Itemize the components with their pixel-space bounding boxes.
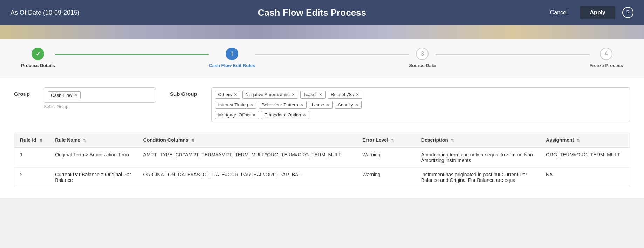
step-2-label: Cash Flow Edit Rules — [209, 63, 255, 68]
step-4-icon: 4 — [600, 48, 612, 60]
cell-condition: ORIGINATION_DATE#AS_OF_DATE#CUR_PAR_BAL#… — [138, 168, 357, 187]
step-1-icon: ✓ — [32, 48, 44, 60]
group-tag-input[interactable]: Cash Flow ✕ — [44, 87, 156, 103]
connector-3-4 — [436, 54, 589, 55]
sub-group-tag-behaviour-pattern-remove[interactable]: ✕ — [300, 102, 303, 107]
sub-group-tag-rule78s-remove[interactable]: ✕ — [356, 92, 359, 97]
cell-error-level: Warning — [357, 147, 416, 168]
decorative-strip — [0, 25, 644, 39]
sub-group-wrap: Others ✕ Negative Amortization ✕ Teaser … — [211, 87, 630, 122]
sub-group-tag-annuity: Annuity ✕ — [335, 101, 361, 109]
sub-group-tag-others-remove[interactable]: ✕ — [234, 92, 237, 97]
table-row: 1 Original Term > Amortization Term AMRT… — [14, 147, 630, 168]
step-process-details: ✓ Process Details — [21, 48, 55, 68]
step-1-label: Process Details — [21, 63, 55, 68]
cell-assignment: ORG_TERM#ORG_TERM_MULT — [540, 147, 630, 168]
sub-group-tag-others: Others ✕ — [215, 91, 240, 99]
sort-icon-error[interactable]: ⇅ — [391, 138, 394, 143]
col-header-condition[interactable]: Condition Columns ⇅ — [138, 133, 357, 147]
sub-group-tags-area[interactable]: Others ✕ Negative Amortization ✕ Teaser … — [211, 87, 630, 122]
sub-group-tag-behaviour-pattern: Behaviour Pattern ✕ — [259, 101, 307, 109]
table-row: 2 Current Par Balance = Original Par Bal… — [14, 168, 630, 187]
sort-icon-assignment[interactable]: ⇅ — [577, 138, 580, 143]
app-header: As Of Date (10-09-2015) Cash Flow Edits … — [0, 0, 644, 25]
step-cash-flow-edit-rules: i Cash Flow Edit Rules — [209, 48, 255, 68]
sub-group-tag-interest-timing-remove[interactable]: ✕ — [250, 102, 253, 107]
sub-group-tag-neg-amort-remove[interactable]: ✕ — [292, 92, 295, 97]
step-3-label: Source Data — [409, 63, 436, 68]
step-source-data: 3 Source Data — [409, 48, 436, 68]
group-input-wrap: Cash Flow ✕ Select Group — [44, 87, 156, 109]
filter-row: Group Cash Flow ✕ Select Group Sub Group… — [14, 87, 630, 122]
header-actions: Cancel Apply ? — [544, 6, 633, 19]
cell-description: Instrument has originated in past but Cu… — [416, 168, 540, 187]
step-4-label: Freeze Process — [590, 63, 623, 68]
sub-group-tag-teaser: Teaser ✕ — [300, 91, 326, 99]
group-tag-cash-flow: Cash Flow ✕ — [48, 91, 81, 99]
sub-group-tag-mortgage-offset: Mortgage Offset ✕ — [215, 111, 259, 119]
group-tag-cash-flow-remove[interactable]: ✕ — [74, 93, 77, 98]
sub-group-row-3: Mortgage Offset ✕ Embedded Option ✕ — [215, 111, 626, 119]
sub-group-row-1: Others ✕ Negative Amortization ✕ Teaser … — [215, 91, 626, 99]
sort-icon-rule-id[interactable]: ⇅ — [39, 138, 42, 143]
cell-rule-id: 1 — [14, 147, 49, 168]
cell-rule-name: Original Term > Amortization Term — [49, 147, 137, 168]
sub-group-tag-embedded-option: Embedded Option ✕ — [261, 111, 309, 119]
sub-group-tag-embedded-option-remove[interactable]: ✕ — [303, 113, 306, 118]
sub-group-tag-teaser-remove[interactable]: ✕ — [319, 92, 322, 97]
step-freeze-process: 4 Freeze Process — [590, 48, 623, 68]
cell-condition: AMRT_TYPE_CD#AMRT_TERM#AMRT_TERM_MULT#OR… — [138, 147, 357, 168]
sub-group-tag-rule-78s: Rule of 78s ✕ — [328, 91, 362, 99]
cell-rule-id: 2 — [14, 168, 49, 187]
stepper-area: ✓ Process Details i Cash Flow Edit Rules… — [0, 39, 644, 77]
sub-group-tag-lease-remove[interactable]: ✕ — [326, 102, 329, 107]
group-select-hint: Select Group — [44, 104, 156, 109]
table-header-row: Rule Id ⇅ Rule Name ⇅ Condition Columns … — [14, 133, 630, 147]
cancel-button[interactable]: Cancel — [544, 7, 573, 19]
col-header-rule-id[interactable]: Rule Id ⇅ — [14, 133, 49, 147]
page-title: Cash Flow Edits Process — [258, 7, 366, 18]
as-of-date: As Of Date (10-09-2015) — [11, 9, 80, 16]
sub-group-tag-interest-timing: Interest Timing ✕ — [215, 101, 256, 109]
sub-group-tag-lease: Lease ✕ — [309, 101, 333, 109]
group-label: Group — [14, 87, 30, 97]
sort-icon-description[interactable]: ⇅ — [451, 138, 454, 143]
cell-rule-name: Current Par Balance = Original Par Balan… — [49, 168, 137, 187]
sub-group-row-2: Interest Timing ✕ Behaviour Pattern ✕ Le… — [215, 101, 626, 109]
sub-group-tag-mortgage-offset-remove[interactable]: ✕ — [252, 113, 256, 118]
connector-1-2 — [55, 54, 209, 55]
apply-button[interactable]: Apply — [580, 6, 615, 19]
cell-description: Amortization term can only be equal to z… — [416, 147, 540, 168]
stepper: ✓ Process Details i Cash Flow Edit Rules… — [21, 48, 623, 68]
step-2-icon: i — [226, 48, 238, 60]
cell-assignment: NA — [540, 168, 630, 187]
help-button[interactable]: ? — [622, 7, 633, 18]
cell-error-level: Warning — [357, 168, 416, 187]
step-3-icon: 3 — [416, 48, 429, 60]
col-header-assignment[interactable]: Assignment ⇅ — [540, 133, 630, 147]
rules-table: Rule Id ⇅ Rule Name ⇅ Condition Columns … — [14, 133, 630, 187]
col-header-rule-name[interactable]: Rule Name ⇅ — [49, 133, 137, 147]
col-header-description[interactable]: Description ⇅ — [416, 133, 540, 147]
sort-icon-rule-name[interactable]: ⇅ — [83, 138, 86, 143]
rules-table-wrap: Rule Id ⇅ Rule Name ⇅ Condition Columns … — [14, 133, 630, 187]
main-content: Group Cash Flow ✕ Select Group Sub Group… — [0, 77, 644, 198]
sub-group-tag-negative-amortization: Negative Amortization ✕ — [242, 91, 298, 99]
sub-group-tag-annuity-remove[interactable]: ✕ — [355, 102, 358, 107]
col-header-error[interactable]: Error Level ⇅ — [357, 133, 416, 147]
sub-group-label: Sub Group — [170, 87, 197, 97]
connector-2-3 — [255, 54, 409, 55]
sort-icon-condition[interactable]: ⇅ — [191, 138, 194, 143]
